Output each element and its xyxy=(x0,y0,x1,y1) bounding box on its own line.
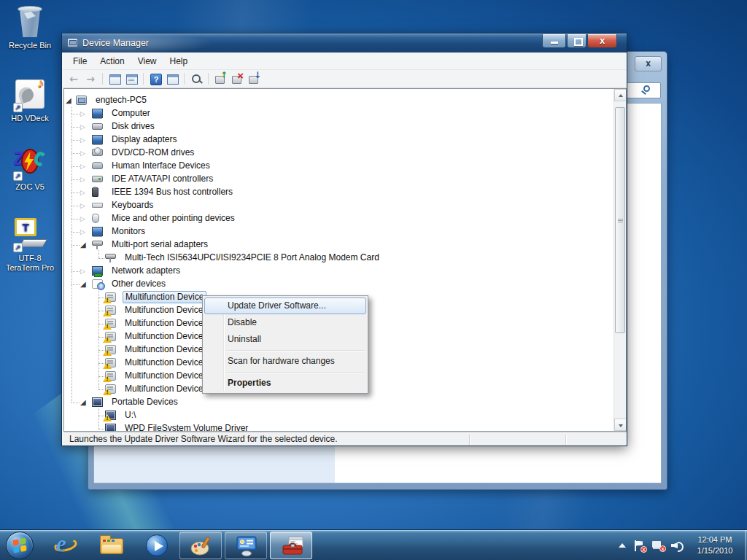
tree-item-multitech-modem[interactable]: Multi-Tech ISI5634UPCI/ISI9234PCIE 8 Por… xyxy=(64,252,611,265)
tree-item-other-devices[interactable]: ◢Other devices xyxy=(64,278,611,291)
forward-icon[interactable]: → xyxy=(83,71,98,86)
desktop-icon-hd-vdeck[interactable]: ♪ ↗ HD VDeck xyxy=(1,77,58,123)
expand-caret-icon[interactable]: ▷ xyxy=(80,162,89,171)
close-button[interactable] xyxy=(587,34,617,48)
warning-badge-icon xyxy=(103,414,112,421)
expand-caret-icon[interactable]: ▷ xyxy=(80,201,89,210)
menu-item-scan-hardware[interactable]: Scan for hardware changes xyxy=(204,353,366,370)
tree-item-hid[interactable]: ▷Human Interface Devices xyxy=(64,160,611,173)
scan-icon[interactable] xyxy=(189,71,204,86)
tree-item-ieee1394[interactable]: ▷IEEE 1394 Bus host controllers xyxy=(64,186,611,199)
expand-caret-icon[interactable]: ▷ xyxy=(80,136,89,144)
desktop-icon-label: UTF-8 TeraTerm Pro xyxy=(1,254,58,273)
warning-badge-icon xyxy=(103,309,112,316)
warning-badge-icon xyxy=(103,349,112,356)
ie-letter: e xyxy=(56,532,66,556)
menu-view[interactable]: View xyxy=(131,53,163,69)
tree-item-multiport-serial[interactable]: ◢Multi-port serial adapters xyxy=(64,238,611,252)
error-badge-icon: x xyxy=(640,546,647,553)
expand-caret-icon[interactable]: ▷ xyxy=(80,175,89,184)
tree-item-ide[interactable]: ▷IDE ATA/ATAPI controllers xyxy=(64,173,611,186)
tree-item-computer[interactable]: ▷Computer xyxy=(64,107,611,120)
action-center-flag-icon[interactable]: x xyxy=(634,540,644,551)
taskbar-clock[interactable]: 12:04 PM 1/15/2010 xyxy=(687,534,743,556)
tree-item-keyboards[interactable]: ▷Keyboards xyxy=(64,199,611,212)
scrollbar-thumb[interactable] xyxy=(615,107,625,333)
collapse-caret-icon[interactable]: ◢ xyxy=(80,398,89,407)
menu-action[interactable]: Action xyxy=(93,53,131,69)
close-button[interactable]: x xyxy=(635,56,662,71)
toolbar: ← → xyxy=(63,70,626,88)
status-text: Launches the Update Driver Software Wiza… xyxy=(69,434,338,444)
volume-icon[interactable] xyxy=(671,540,683,551)
menu-item-properties[interactable]: Properties xyxy=(204,375,366,392)
desktop-icon-label: Recycle Bin xyxy=(1,41,58,50)
tree-item-dvd-cdrom[interactable]: ▷DVD/CD-ROM drives xyxy=(64,147,611,160)
toolbox-icon xyxy=(280,536,305,556)
taskbar-button-toolbox-active[interactable] xyxy=(270,532,312,559)
tree-item-mice[interactable]: ▷Mice and other pointing devices xyxy=(64,212,611,225)
scroll-down-button[interactable] xyxy=(614,419,627,431)
tree-item-portable-devices[interactable]: ◢Portable Devices xyxy=(64,396,611,409)
keyboard-shape xyxy=(19,239,47,247)
other-devices-icon xyxy=(92,279,103,289)
restore-button[interactable] xyxy=(567,34,587,48)
back-icon[interactable]: ← xyxy=(66,71,81,86)
uninstall-icon[interactable] xyxy=(230,71,244,86)
media-player-icon[interactable] xyxy=(144,533,169,558)
expand-caret-icon[interactable]: ▷ xyxy=(80,109,89,118)
collapse-caret-icon[interactable]: ◢ xyxy=(80,241,89,249)
expand-caret-icon[interactable]: ▷ xyxy=(80,149,89,158)
desktop-icon-teraterm[interactable]: T ↗ UTF-8 TeraTerm Pro xyxy=(1,217,58,273)
tree-item-u-drive[interactable]: U:\ xyxy=(64,409,611,422)
tree-item-disk-drives[interactable]: ▷Disk drives xyxy=(64,120,611,133)
taskbar-button-display-settings[interactable] xyxy=(225,532,267,559)
minimize-button[interactable] xyxy=(542,34,566,48)
tree-item-wpd-driver[interactable]: WPD FileSystem Volume Driver xyxy=(64,422,611,432)
tree-item-display-adapters[interactable]: ▷Display adapters xyxy=(64,133,611,147)
menu-separator xyxy=(226,372,365,373)
menu-help[interactable]: Help xyxy=(163,53,195,69)
show-console-tree-icon[interactable] xyxy=(107,71,122,86)
display-adapters-icon xyxy=(92,135,103,144)
expand-caret-icon[interactable]: ▷ xyxy=(80,122,89,131)
menu-item-uninstall[interactable]: Uninstall xyxy=(204,331,366,348)
unknown-device-warning-icon xyxy=(105,319,116,328)
hid-icon xyxy=(92,162,103,169)
collapse-caret-icon[interactable]: ◢ xyxy=(66,96,74,105)
network-status-icon[interactable]: x xyxy=(652,540,663,551)
expand-caret-icon[interactable]: ▷ xyxy=(80,267,89,276)
warning-badge-icon xyxy=(103,388,112,395)
scroll-up-button[interactable] xyxy=(614,89,627,101)
internet-explorer-icon[interactable]: e xyxy=(54,533,79,558)
windows-explorer-icon[interactable] xyxy=(99,533,124,558)
desktop-icon-recycle-bin[interactable]: Recycle Bin xyxy=(1,4,58,50)
taskbar-button-paint[interactable] xyxy=(179,532,222,559)
scan-hardware-changes-icon[interactable] xyxy=(247,71,261,86)
tree-item-monitors[interactable]: ▷Monitors xyxy=(64,225,611,238)
menu-item-update-driver[interactable]: Update Driver Software... xyxy=(204,298,366,314)
system-tray: x x xyxy=(619,530,683,560)
help-icon[interactable] xyxy=(148,71,163,86)
collapse-caret-icon[interactable]: ◢ xyxy=(80,280,89,289)
properties-window-icon[interactable] xyxy=(124,71,139,86)
title-bar[interactable]: Device Manager xyxy=(62,34,627,52)
expand-caret-icon[interactable]: ▷ xyxy=(80,188,89,197)
monitor-shape: T xyxy=(15,218,36,236)
update-driver-icon[interactable] xyxy=(213,71,228,86)
expand-caret-icon[interactable]: ▷ xyxy=(80,228,89,236)
serial-adapters-icon xyxy=(105,253,116,262)
shortcut-arrow-icon: ↗ xyxy=(13,243,23,252)
action-pane-icon[interactable] xyxy=(165,71,179,86)
desktop-icon-zoc[interactable]: Z ↗ ZOC V5 xyxy=(1,146,58,192)
menu-file[interactable]: File xyxy=(66,53,93,69)
expand-caret-icon[interactable]: ▷ xyxy=(80,214,89,223)
vertical-scrollbar[interactable] xyxy=(614,89,626,431)
start-button[interactable] xyxy=(6,532,34,559)
toolbar-separator xyxy=(102,73,103,85)
mouse-icon xyxy=(92,214,99,223)
tree-item-root[interactable]: ◢engtech-PC5 xyxy=(64,94,611,107)
tree-item-network-adapters[interactable]: ▷Network adapters xyxy=(64,265,611,278)
show-hidden-icons[interactable] xyxy=(619,543,626,548)
menu-item-disable[interactable]: Disable xyxy=(204,314,366,331)
